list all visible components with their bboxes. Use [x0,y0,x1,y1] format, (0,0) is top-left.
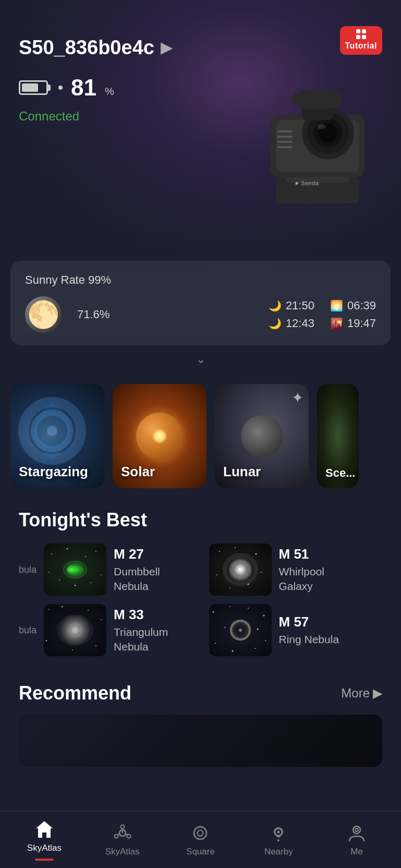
m33-name: TriangulumNebula [114,625,168,654]
svg-point-30 [219,551,220,552]
moonrise-icon: 🌙 [269,299,282,312]
svg-point-41 [48,609,50,610]
svg-point-60 [257,629,258,630]
weather-card: Sunny Rate 99% 🌕 71.6% 🌙 21:50 🌅 06:39 🌙… [10,261,391,345]
battery-unit: % [105,86,114,98]
weather-row: 🌕 71.6% 🌙 21:50 🌅 06:39 🌙 12:43 🌇 19:47 [25,296,376,333]
svg-text:★ Seesta: ★ Seesta [294,180,319,186]
svg-point-33 [216,574,217,575]
recommend-title: Recommend [19,682,131,704]
m27-id: M 27 [114,546,160,562]
object-item-m57[interactable]: M 57 Ring Nebula [209,604,391,656]
moonset-icon: 🌙 [269,317,282,330]
m51-name: WhirlpoolGalaxy [279,564,391,593]
battery-fill [22,83,38,92]
category-scenic[interactable]: Sce... [317,384,359,488]
categories-section: Stargazing Solar ✦ Lunar Sce... [0,373,401,488]
m51-info: M 51 WhirlpoolGalaxy [279,546,391,593]
svg-point-47 [95,645,96,646]
m27-name: DumbbellNebula [114,564,160,593]
svg-point-13 [291,89,344,110]
object-item-m27[interactable]: M 27 DumbbellNebula [44,544,160,596]
svg-point-50 [72,627,78,633]
partial-label-m27: bula [19,564,37,575]
object-row-m33-partial: bula [19,604,201,656]
svg-point-20 [67,548,68,550]
svg-point-58 [265,640,266,641]
moonset-time: 12:43 [286,317,314,330]
svg-point-21 [85,556,86,557]
sunset-time: 19:47 [347,317,376,330]
tutorial-grid-icon [356,29,366,39]
device-image: ★ Seesta [245,52,391,209]
svg-point-15 [318,124,326,129]
svg-rect-9 [277,136,293,138]
svg-point-26 [48,572,50,573]
moonrise-time-item: 🌙 21:50 [269,299,314,312]
svg-point-19 [51,553,52,554]
weather-expand-chevron[interactable]: ⌄ [0,345,401,373]
svg-point-53 [248,608,249,609]
svg-point-35 [229,587,230,588]
battery-icon [19,80,48,95]
scenic-label: Sce... [325,466,355,480]
sunrise-time-item: 🌅 06:39 [330,299,376,312]
stargazing-label: Stargazing [19,464,88,480]
recommend-card [19,715,382,767]
svg-point-32 [255,553,257,555]
objects-grid: bula [19,544,391,656]
svg-point-57 [254,648,256,649]
category-solar[interactable]: Solar [113,384,206,488]
tutorial-dot [362,35,366,39]
solar-label: Solar [121,464,155,480]
svg-point-42 [62,606,63,608]
sunrise-icon: 🌅 [330,299,343,312]
categories-scroll: Stargazing Solar ✦ Lunar Sce... [10,384,401,488]
object-item-m33[interactable]: M 33 TriangulumNebula [44,604,168,656]
category-stargazing[interactable]: Stargazing [10,384,104,488]
category-lunar[interactable]: ✦ Lunar [215,384,309,488]
object-row-m27-partial: bula [19,544,201,596]
svg-point-40 [238,568,242,572]
weather-times: 🌙 21:50 🌅 06:39 🌙 12:43 🌇 19:47 [269,299,376,330]
svg-rect-11 [277,146,293,148]
moon-icon: 🌕 [25,296,62,333]
lunar-crescent-visual: ✦ [291,389,303,406]
m57-name: Ring Nebula [279,632,391,646]
battery-dot-icon [58,86,63,90]
more-arrow-icon: ▶ [373,686,382,701]
m27-thumbnail [44,544,106,596]
svg-point-18 [47,426,57,436]
svg-point-34 [261,572,262,573]
sunrise-time: 06:39 [347,299,376,312]
sunset-time-item: 🌇 19:47 [330,317,376,330]
lunar-label: Lunar [223,464,261,480]
tutorial-button[interactable]: Tutorial [340,26,382,55]
svg-point-61 [239,629,242,632]
bottom-spacer [0,777,401,845]
object-item-m51[interactable]: M 51 WhirlpoolGalaxy [209,544,391,596]
recommend-header: Recommend More ▶ [19,682,382,704]
more-button[interactable]: More ▶ [341,686,382,701]
svg-point-51 [212,611,214,613]
m57-id: M 57 [279,614,391,630]
svg-point-55 [215,643,216,644]
svg-point-52 [229,606,230,607]
svg-point-56 [232,650,233,652]
m57-thumbnail [209,604,272,656]
svg-point-43 [88,610,89,611]
tonights-best-section: Tonight's Best bula [0,488,401,667]
device-arrow-icon: ▶ [161,39,172,56]
moonset-time-item: 🌙 12:43 [269,317,314,330]
recommend-section: Recommend More ▶ [0,667,401,777]
moonrise-time: 21:50 [286,299,314,312]
svg-point-45 [46,640,47,642]
svg-point-31 [235,547,236,548]
solar-glow-visual [152,428,167,444]
tutorial-dot [356,29,360,33]
m51-thumbnail [209,544,272,596]
svg-point-44 [101,619,102,620]
svg-point-23 [59,580,60,581]
svg-rect-8 [277,130,293,132]
tonights-best-title: Tonight's Best [19,509,391,531]
